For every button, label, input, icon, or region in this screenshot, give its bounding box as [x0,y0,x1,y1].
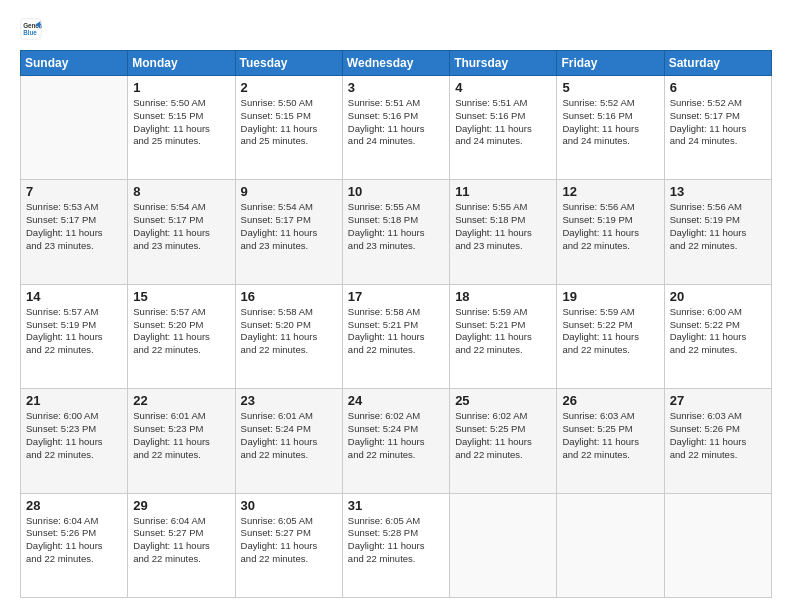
calendar-day-header: Friday [557,51,664,76]
day-number: 13 [670,184,766,199]
calendar-cell: 12Sunrise: 5:56 AM Sunset: 5:19 PM Dayli… [557,180,664,284]
calendar-cell: 14Sunrise: 5:57 AM Sunset: 5:19 PM Dayli… [21,284,128,388]
cell-info: Sunrise: 6:04 AM Sunset: 5:27 PM Dayligh… [133,515,229,566]
calendar-day-header: Wednesday [342,51,449,76]
cell-info: Sunrise: 5:57 AM Sunset: 5:19 PM Dayligh… [26,306,122,357]
day-number: 14 [26,289,122,304]
day-number: 25 [455,393,551,408]
calendar-cell: 9Sunrise: 5:54 AM Sunset: 5:17 PM Daylig… [235,180,342,284]
calendar-week-row: 28Sunrise: 6:04 AM Sunset: 5:26 PM Dayli… [21,493,772,597]
calendar-week-row: 21Sunrise: 6:00 AM Sunset: 5:23 PM Dayli… [21,389,772,493]
cell-info: Sunrise: 5:54 AM Sunset: 5:17 PM Dayligh… [133,201,229,252]
calendar-table: SundayMondayTuesdayWednesdayThursdayFrid… [20,50,772,598]
calendar-cell: 23Sunrise: 6:01 AM Sunset: 5:24 PM Dayli… [235,389,342,493]
calendar-day-header: Sunday [21,51,128,76]
day-number: 11 [455,184,551,199]
day-number: 5 [562,80,658,95]
calendar-cell: 19Sunrise: 5:59 AM Sunset: 5:22 PM Dayli… [557,284,664,388]
page: General Blue SundayMondayTuesdayWednesda… [0,0,792,612]
cell-info: Sunrise: 6:02 AM Sunset: 5:24 PM Dayligh… [348,410,444,461]
day-number: 12 [562,184,658,199]
day-number: 19 [562,289,658,304]
calendar-cell [664,493,771,597]
calendar-cell: 16Sunrise: 5:58 AM Sunset: 5:20 PM Dayli… [235,284,342,388]
day-number: 17 [348,289,444,304]
day-number: 3 [348,80,444,95]
cell-info: Sunrise: 5:57 AM Sunset: 5:20 PM Dayligh… [133,306,229,357]
cell-info: Sunrise: 6:03 AM Sunset: 5:25 PM Dayligh… [562,410,658,461]
day-number: 9 [241,184,337,199]
calendar-cell: 15Sunrise: 5:57 AM Sunset: 5:20 PM Dayli… [128,284,235,388]
cell-info: Sunrise: 5:59 AM Sunset: 5:22 PM Dayligh… [562,306,658,357]
cell-info: Sunrise: 6:01 AM Sunset: 5:24 PM Dayligh… [241,410,337,461]
calendar-cell: 5Sunrise: 5:52 AM Sunset: 5:16 PM Daylig… [557,76,664,180]
cell-info: Sunrise: 5:52 AM Sunset: 5:16 PM Dayligh… [562,97,658,148]
cell-info: Sunrise: 5:50 AM Sunset: 5:15 PM Dayligh… [241,97,337,148]
calendar-week-row: 1Sunrise: 5:50 AM Sunset: 5:15 PM Daylig… [21,76,772,180]
day-number: 27 [670,393,766,408]
calendar-cell: 25Sunrise: 6:02 AM Sunset: 5:25 PM Dayli… [450,389,557,493]
logo-icon: General Blue [20,18,42,40]
calendar-cell: 20Sunrise: 6:00 AM Sunset: 5:22 PM Dayli… [664,284,771,388]
calendar-day-header: Thursday [450,51,557,76]
day-number: 23 [241,393,337,408]
day-number: 22 [133,393,229,408]
day-number: 1 [133,80,229,95]
calendar-cell: 26Sunrise: 6:03 AM Sunset: 5:25 PM Dayli… [557,389,664,493]
calendar-day-header: Saturday [664,51,771,76]
cell-info: Sunrise: 5:53 AM Sunset: 5:17 PM Dayligh… [26,201,122,252]
calendar-cell: 28Sunrise: 6:04 AM Sunset: 5:26 PM Dayli… [21,493,128,597]
calendar-cell: 27Sunrise: 6:03 AM Sunset: 5:26 PM Dayli… [664,389,771,493]
cell-info: Sunrise: 5:56 AM Sunset: 5:19 PM Dayligh… [670,201,766,252]
day-number: 24 [348,393,444,408]
day-number: 30 [241,498,337,513]
calendar-cell: 3Sunrise: 5:51 AM Sunset: 5:16 PM Daylig… [342,76,449,180]
calendar-cell: 8Sunrise: 5:54 AM Sunset: 5:17 PM Daylig… [128,180,235,284]
day-number: 31 [348,498,444,513]
header: General Blue [20,18,772,40]
cell-info: Sunrise: 5:51 AM Sunset: 5:16 PM Dayligh… [348,97,444,148]
logo: General Blue [20,18,46,40]
cell-info: Sunrise: 5:52 AM Sunset: 5:17 PM Dayligh… [670,97,766,148]
calendar-cell: 21Sunrise: 6:00 AM Sunset: 5:23 PM Dayli… [21,389,128,493]
calendar-cell: 22Sunrise: 6:01 AM Sunset: 5:23 PM Dayli… [128,389,235,493]
calendar-cell: 7Sunrise: 5:53 AM Sunset: 5:17 PM Daylig… [21,180,128,284]
cell-info: Sunrise: 6:05 AM Sunset: 5:28 PM Dayligh… [348,515,444,566]
calendar-cell: 30Sunrise: 6:05 AM Sunset: 5:27 PM Dayli… [235,493,342,597]
calendar-cell: 2Sunrise: 5:50 AM Sunset: 5:15 PM Daylig… [235,76,342,180]
cell-info: Sunrise: 5:59 AM Sunset: 5:21 PM Dayligh… [455,306,551,357]
calendar-day-header: Monday [128,51,235,76]
day-number: 2 [241,80,337,95]
calendar-cell: 4Sunrise: 5:51 AM Sunset: 5:16 PM Daylig… [450,76,557,180]
cell-info: Sunrise: 6:00 AM Sunset: 5:22 PM Dayligh… [670,306,766,357]
calendar-cell: 13Sunrise: 5:56 AM Sunset: 5:19 PM Dayli… [664,180,771,284]
day-number: 6 [670,80,766,95]
day-number: 29 [133,498,229,513]
cell-info: Sunrise: 6:00 AM Sunset: 5:23 PM Dayligh… [26,410,122,461]
calendar-cell [557,493,664,597]
cell-info: Sunrise: 6:01 AM Sunset: 5:23 PM Dayligh… [133,410,229,461]
day-number: 20 [670,289,766,304]
calendar-cell: 6Sunrise: 5:52 AM Sunset: 5:17 PM Daylig… [664,76,771,180]
calendar-cell: 11Sunrise: 5:55 AM Sunset: 5:18 PM Dayli… [450,180,557,284]
cell-info: Sunrise: 5:56 AM Sunset: 5:19 PM Dayligh… [562,201,658,252]
calendar-day-header: Tuesday [235,51,342,76]
calendar-cell: 10Sunrise: 5:55 AM Sunset: 5:18 PM Dayli… [342,180,449,284]
day-number: 28 [26,498,122,513]
day-number: 26 [562,393,658,408]
calendar-cell: 29Sunrise: 6:04 AM Sunset: 5:27 PM Dayli… [128,493,235,597]
calendar-week-row: 7Sunrise: 5:53 AM Sunset: 5:17 PM Daylig… [21,180,772,284]
day-number: 7 [26,184,122,199]
cell-info: Sunrise: 5:54 AM Sunset: 5:17 PM Dayligh… [241,201,337,252]
calendar-cell [21,76,128,180]
calendar-cell: 1Sunrise: 5:50 AM Sunset: 5:15 PM Daylig… [128,76,235,180]
cell-info: Sunrise: 5:58 AM Sunset: 5:20 PM Dayligh… [241,306,337,357]
day-number: 8 [133,184,229,199]
day-number: 16 [241,289,337,304]
cell-info: Sunrise: 6:02 AM Sunset: 5:25 PM Dayligh… [455,410,551,461]
calendar-cell: 31Sunrise: 6:05 AM Sunset: 5:28 PM Dayli… [342,493,449,597]
calendar-cell: 24Sunrise: 6:02 AM Sunset: 5:24 PM Dayli… [342,389,449,493]
calendar-cell [450,493,557,597]
svg-text:Blue: Blue [23,29,37,36]
calendar-cell: 18Sunrise: 5:59 AM Sunset: 5:21 PM Dayli… [450,284,557,388]
